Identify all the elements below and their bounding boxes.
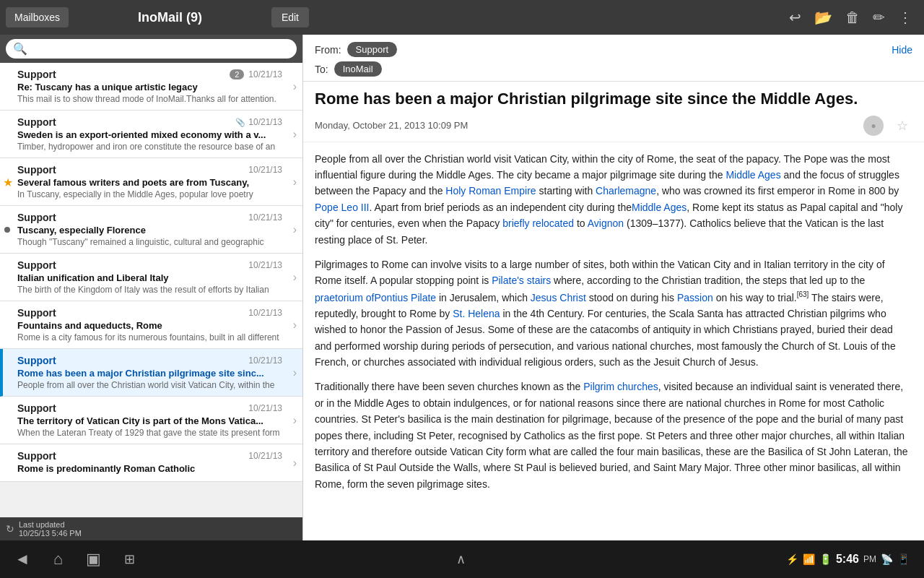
- list-item[interactable]: ★ Support 10/21/13 Several famous writer…: [0, 158, 302, 206]
- email-date: 10/21/13: [248, 451, 282, 461]
- body-paragraph-3: Traditionally there have been seven chur…: [315, 379, 912, 492]
- list-item[interactable]: Support 10/21/13 Tuscany, especially Flo…: [0, 206, 302, 254]
- main-content: 🔍 Support 2 10/21/13 Re: Tuscany has a u…: [0, 35, 924, 540]
- email-sender: Support: [17, 259, 56, 271]
- pilates-stairs-link[interactable]: Pilate's stairs: [492, 275, 551, 286]
- arrow-icon: ›: [293, 366, 297, 379]
- pilgrim-churches-link[interactable]: Pilgrim churches: [583, 381, 658, 392]
- email-preview: In Tuscany, especially in the Middle Age…: [17, 189, 282, 199]
- pontius-pilate-link[interactable]: Pontius Pilate: [374, 291, 436, 303]
- to-line: To: InoMail: [315, 61, 912, 77]
- unread-badge: 2: [230, 69, 244, 79]
- email-preview: Rome is a city famous for its numerous f…: [17, 332, 282, 342]
- recents-nav-icon[interactable]: ▣: [86, 550, 101, 569]
- arrow-icon: ›: [293, 176, 297, 189]
- email-subject: Italian unification and Liberal Italy: [17, 272, 282, 283]
- email-date: 10/21/13: [248, 212, 282, 223]
- from-value-pill: Support: [347, 42, 398, 57]
- holy-roman-empire-link[interactable]: Holy Roman Empire: [445, 185, 536, 197]
- circle-action[interactable]: ●: [863, 116, 884, 136]
- trash-icon[interactable]: 🗑: [845, 9, 860, 26]
- email-date: 10/21/13: [248, 355, 282, 366]
- email-subject: Tuscany, especially Florence: [17, 225, 282, 236]
- email-subject: Several famous writers and poets are fro…: [17, 177, 282, 188]
- from-line: From: Support Hide: [315, 42, 912, 57]
- email-subject: Re: Tuscany has a unique artistic legacy: [17, 82, 282, 92]
- star-action[interactable]: ☆: [892, 116, 912, 136]
- refresh-icon[interactable]: ↻: [6, 523, 14, 535]
- bottom-nav-left: ◄ ⌂ ▣ ⊞: [14, 550, 135, 569]
- body-paragraph-1: People from all over the Christian world…: [315, 151, 912, 248]
- praetorium-link[interactable]: praetorium of: [315, 291, 374, 303]
- usb-icon: ⚡: [786, 553, 798, 565]
- last-updated-bar: ↻ Last updated 10/25/13 5:46 PM: [0, 517, 302, 540]
- list-item[interactable]: Support 10/21/13 Rome is predominantly R…: [0, 444, 302, 482]
- email-list: Support 2 10/21/13 Re: Tuscany has a uni…: [0, 63, 302, 517]
- star-icon: ★: [3, 175, 13, 189]
- email-date: 10/21/13: [248, 117, 282, 127]
- email-sender: Support: [17, 307, 56, 319]
- email-sender: Support: [17, 116, 56, 128]
- email-preview: When the Lateran Treaty of 1929 that gav…: [17, 428, 282, 438]
- arrow-icon: ›: [293, 271, 297, 284]
- list-item[interactable]: Support 📎 10/21/13 Sweden is an export-o…: [0, 111, 302, 158]
- arrow-icon: ›: [293, 223, 297, 236]
- mailboxes-button[interactable]: Mailboxes: [6, 7, 69, 27]
- email-date: 10/21/13: [248, 403, 282, 413]
- email-inline-actions: ● ☆: [863, 116, 912, 136]
- read-dot: [4, 227, 10, 233]
- middle-ages-link[interactable]: Middle Ages: [725, 169, 780, 181]
- jesus-link[interactable]: Jesus Christ: [531, 291, 586, 303]
- edit-button[interactable]: Edit: [271, 7, 309, 27]
- list-item[interactable]: Support 2 10/21/13 Re: Tuscany has a uni…: [0, 63, 302, 111]
- st-helena-link[interactable]: St. Helena: [453, 308, 500, 319]
- signal-icon: 📶: [803, 553, 815, 565]
- list-item[interactable]: Support 10/21/13 Fountains and aqueducts…: [0, 301, 302, 349]
- email-detail-subject: Rome has been a major Christian pilgrima…: [303, 82, 924, 113]
- star-empty-icon: ☆: [897, 118, 908, 134]
- header-bar: Mailboxes InoMail (9) Edit ↩ 📂 🗑 ✏ ⋮: [0, 0, 924, 35]
- menu-nav-icon[interactable]: ⊞: [124, 551, 135, 567]
- body-paragraph-2: Pilgrimages to Rome can involve visits t…: [315, 256, 912, 370]
- passion-link[interactable]: Passion: [677, 291, 713, 303]
- am-pm: PM: [863, 554, 876, 564]
- search-input[interactable]: [32, 43, 289, 55]
- circle-icon: ●: [871, 121, 876, 131]
- home-nav-icon[interactable]: ⌂: [53, 550, 63, 569]
- reply-icon[interactable]: ↩: [789, 9, 801, 26]
- email-body: People from all over the Christian world…: [303, 142, 924, 540]
- email-reader-pane: From: Support Hide To: InoMail Rome has …: [303, 35, 924, 540]
- email-subject: Sweden is an export-oriented mixed econo…: [17, 129, 282, 140]
- hide-button[interactable]: Hide: [892, 44, 912, 56]
- charlemagne-link[interactable]: Charlemagne: [596, 185, 656, 197]
- compose-icon[interactable]: ✏: [873, 9, 885, 26]
- arrow-icon: ›: [293, 80, 297, 93]
- email-sender: Support: [17, 402, 56, 414]
- last-updated-text: Last updated 10/25/13 5:46 PM: [19, 520, 82, 538]
- from-left: From: Support: [315, 42, 397, 57]
- briefly-relocated-link[interactable]: briefly relocated: [502, 217, 574, 229]
- list-item[interactable]: Support 10/21/13 Italian unification and…: [0, 254, 302, 301]
- move-folder-icon[interactable]: 📂: [814, 9, 832, 26]
- email-list-pane: 🔍 Support 2 10/21/13 Re: Tuscany has a u…: [0, 35, 303, 540]
- list-item[interactable]: Support 10/21/13 Rome has been a major C…: [0, 349, 302, 397]
- back-nav-icon[interactable]: ◄: [14, 550, 30, 569]
- middle-ages-link2[interactable]: Middle Ages: [632, 202, 687, 213]
- email-date: 10/21/13: [248, 308, 282, 318]
- from-label: From:: [315, 44, 341, 56]
- search-input-wrap[interactable]: 🔍: [6, 39, 297, 59]
- pope-leo-link[interactable]: Pope Leo III: [315, 202, 370, 213]
- email-preview: This mail is to show thread mode of InoM…: [17, 94, 282, 104]
- email-sender: Support: [17, 450, 56, 462]
- email-preview: Timber, hydropower and iron ore constitu…: [17, 142, 282, 152]
- more-options-icon[interactable]: ⋮: [898, 9, 912, 26]
- search-icon: 🔍: [13, 42, 27, 56]
- chevron-up-icon[interactable]: ∧: [456, 551, 466, 567]
- avignon-link[interactable]: Avignon: [588, 217, 624, 229]
- search-bar: 🔍: [0, 35, 302, 63]
- email-preview: Though "Tuscany" remained a linguistic, …: [17, 237, 282, 247]
- time-display: 5:46: [836, 553, 859, 566]
- email-date-line: Monday, October 21, 2013 10:09 PM ● ☆: [303, 113, 924, 142]
- list-item[interactable]: Support 10/21/13 The territory of Vatica…: [0, 397, 302, 444]
- email-date: 10/21/13: [248, 69, 282, 79]
